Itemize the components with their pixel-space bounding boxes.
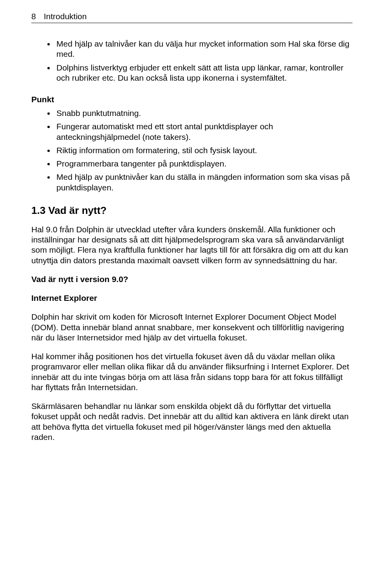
list-item: Riktig information om formatering, stil … (55, 145, 352, 156)
paragraph: Dolphin har skrivit om koden för Microso… (31, 312, 352, 343)
list-item: Med hjälp av talnivåer kan du välja hur … (55, 39, 352, 60)
subheading-ie: Internet Explorer (31, 293, 352, 303)
page-number: 8 (31, 12, 36, 21)
paragraph: Hal 9.0 från Dolphin är utvecklad utefte… (31, 224, 352, 266)
punkt-bullet-list: Snabb punktutmatning. Fungerar automatis… (31, 108, 352, 193)
list-item: Med hjälp av punktnivåer kan du ställa i… (55, 172, 352, 193)
list-item: Programmerbara tangenter på punktdisplay… (55, 159, 352, 169)
page-header: 8 Introduktion (31, 12, 352, 23)
section-heading-1-3: 1.3 Vad är nytt? (31, 204, 352, 217)
list-item: Dolphins listverktyg erbjuder ett enkelt… (55, 63, 352, 83)
page-title: Introduktion (44, 12, 87, 21)
subheading-version: Vad är nytt i version 9.0? (31, 274, 352, 284)
list-item: Snabb punktutmatning. (55, 108, 352, 118)
paragraph: Skärmläsaren behandlar nu länkar som ens… (31, 401, 352, 442)
document-page: 8 Introduktion Med hjälp av talnivåer ka… (0, 0, 376, 467)
list-item: Fungerar automatiskt med ett stort antal… (55, 121, 352, 142)
paragraph: Hal kommer ihåg positionen hos det virtu… (31, 351, 352, 393)
top-bullet-list: Med hjälp av talnivåer kan du välja hur … (31, 39, 352, 83)
punkt-heading: Punkt (31, 95, 352, 104)
